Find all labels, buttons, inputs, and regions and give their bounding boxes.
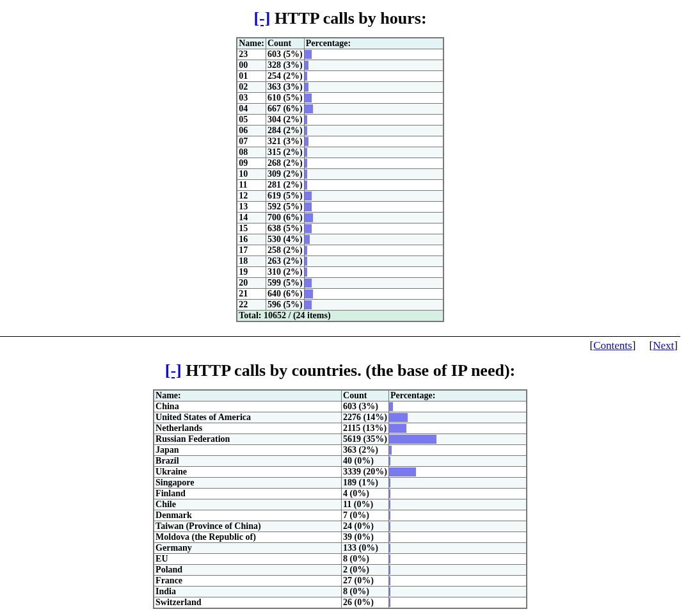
hour-count: 603 (5%) <box>266 49 304 60</box>
country-count: 5619 (35%) <box>342 434 389 445</box>
table-row: Brazil40 (0%) <box>154 456 527 467</box>
country-count: 24 (0%) <box>342 521 389 532</box>
country-name: Ukraine <box>154 467 342 478</box>
country-name: Chile <box>154 499 342 510</box>
country-bar-cell <box>388 456 527 467</box>
hour-count: 640 (6%) <box>266 289 304 300</box>
hour-bar-cell <box>304 93 443 104</box>
country-bar-cell <box>388 434 527 445</box>
bar-icon <box>305 50 312 59</box>
hour-count: 281 (2%) <box>266 180 304 191</box>
table-row: 09268 (2%) <box>237 158 443 169</box>
hour-bar-cell <box>304 278 443 289</box>
contents-link[interactable]: Contents <box>593 339 632 352</box>
collapse-toggle-hours[interactable]: [-] <box>253 9 270 28</box>
country-bar-cell <box>388 478 527 489</box>
hour-name: 09 <box>237 158 266 169</box>
table-row: EU8 (0%) <box>154 554 527 565</box>
hour-count: 596 (5%) <box>266 300 304 311</box>
country-name: Japan <box>154 445 342 456</box>
hour-bar-cell <box>304 256 443 267</box>
country-bar-cell <box>388 499 527 510</box>
hour-name: 15 <box>237 223 266 234</box>
hour-name: 00 <box>237 60 266 71</box>
hours-table: Name: Count Percentage: 23603 (5%)00328 … <box>236 37 443 322</box>
bar-icon <box>389 402 393 411</box>
bar-icon <box>389 435 436 444</box>
bar-icon <box>389 457 390 466</box>
country-name: Germany <box>154 543 342 554</box>
bar-icon <box>389 555 390 563</box>
table-row: 18263 (2%) <box>237 256 443 267</box>
bar-icon <box>389 424 406 433</box>
section-title-countries: HTTP calls by countries. (the base of IP… <box>186 361 515 380</box>
hour-bar-cell <box>304 147 443 158</box>
hour-name: 02 <box>237 82 266 93</box>
table-row: 05304 (2%) <box>237 115 443 126</box>
country-bar-cell <box>388 565 527 576</box>
bar-icon <box>305 104 313 113</box>
hour-name: 21 <box>237 289 266 300</box>
table-row: Finland4 (0%) <box>154 489 527 499</box>
hour-bar-cell <box>304 180 443 191</box>
country-bar-cell <box>388 401 527 412</box>
table-row: 12619 (5%) <box>237 191 443 202</box>
hour-name: 04 <box>237 104 266 115</box>
table-row: Poland2 (0%) <box>154 565 527 576</box>
country-bar-cell <box>388 445 527 456</box>
country-count: 39 (0%) <box>342 532 389 543</box>
bar-icon <box>305 159 307 168</box>
hour-name: 23 <box>237 49 266 60</box>
hour-bar-cell <box>304 300 443 311</box>
section-heading-hours: [-] HTTP calls by hours: <box>0 9 680 28</box>
country-name: Switzerland <box>154 597 342 609</box>
table-row: Taiwan (Province of China)24 (0%) <box>154 521 527 532</box>
hour-count: 592 (5%) <box>266 202 304 213</box>
country-name: China <box>154 401 342 412</box>
table-row: 16530 (4%) <box>237 234 443 245</box>
bar-icon <box>389 576 390 585</box>
table-row: 13592 (5%) <box>237 202 443 213</box>
bar-icon <box>389 598 390 607</box>
country-name: Netherlands <box>154 423 342 434</box>
hour-count: 328 (3%) <box>266 60 304 71</box>
hour-name: 03 <box>237 93 266 104</box>
bar-icon <box>389 565 390 574</box>
hour-count: 610 (5%) <box>266 93 304 104</box>
hour-name: 05 <box>237 115 266 126</box>
bracket-close-2: ] <box>674 339 678 352</box>
bar-icon <box>389 533 390 542</box>
hour-bar-cell <box>304 213 443 223</box>
hours-total-row: Total: 10652 / (24 items) <box>237 311 443 322</box>
countries-th-count: Count <box>342 390 389 401</box>
hour-count: 638 (5%) <box>266 223 304 234</box>
hour-count: 700 (6%) <box>266 213 304 223</box>
table-row: Ukraine3339 (20%) <box>154 467 527 478</box>
bar-icon <box>389 489 390 498</box>
table-row: United States of America2276 (14%) <box>154 412 527 423</box>
nav-spacer <box>635 339 649 352</box>
hour-count: 599 (5%) <box>266 278 304 289</box>
hour-count: 363 (3%) <box>266 82 304 93</box>
hour-count: 315 (2%) <box>266 147 304 158</box>
next-link[interactable]: Next <box>653 339 674 352</box>
bar-icon <box>305 170 307 179</box>
hour-bar-cell <box>304 158 443 169</box>
country-count: 189 (1%) <box>342 478 389 489</box>
country-count: 27 (0%) <box>342 576 389 587</box>
table-row: 23603 (5%) <box>237 49 443 60</box>
country-count: 2 (0%) <box>342 565 389 576</box>
section-separator <box>0 336 680 337</box>
table-row: 21640 (6%) <box>237 289 443 300</box>
table-row: China603 (3%) <box>154 401 527 412</box>
hour-name: 01 <box>237 71 266 82</box>
table-row: 10309 (2%) <box>237 169 443 180</box>
bar-icon <box>305 115 307 124</box>
table-row: 15638 (5%) <box>237 223 443 234</box>
country-name: Brazil <box>154 456 342 467</box>
table-row: 06284 (2%) <box>237 126 443 136</box>
hour-bar-cell <box>304 126 443 136</box>
hour-bar-cell <box>304 104 443 115</box>
collapse-toggle-countries[interactable]: [-] <box>165 361 182 380</box>
country-name: Denmark <box>154 510 342 521</box>
